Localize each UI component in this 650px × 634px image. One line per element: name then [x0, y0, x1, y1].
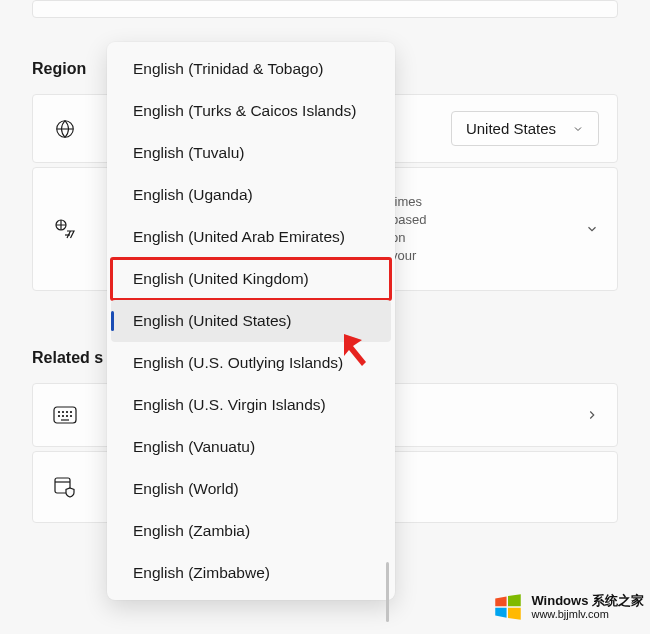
svg-point-6 [71, 412, 72, 413]
dropdown-item[interactable]: English (United Arab Emirates) [111, 216, 391, 258]
regional-format-dropdown-list[interactable]: English (Trinidad & Tobago)English (Turk… [107, 42, 395, 600]
card-placeholder-top [32, 0, 618, 18]
country-dropdown[interactable]: United States [451, 111, 599, 146]
watermark-line2: www.bjjmlv.com [531, 608, 644, 620]
dropdown-item[interactable]: English (Zimbabwe) [111, 552, 391, 594]
dropdown-item[interactable]: English (Zambia) [111, 510, 391, 552]
watermark: Windows 系统之家 www.bjjmlv.com [491, 590, 644, 624]
svg-point-7 [59, 416, 60, 417]
keyboard-icon [51, 401, 79, 429]
chevron-down-icon [572, 123, 584, 135]
translate-icon [51, 215, 79, 243]
dropdown-item[interactable]: English (World) [111, 468, 391, 510]
country-value: United States [466, 120, 556, 137]
dropdown-item[interactable]: English (United Kingdom) [111, 258, 391, 300]
dropdown-item[interactable]: English (Vanuatu) [111, 426, 391, 468]
dropdown-item[interactable]: English (U.S. Virgin Islands) [111, 384, 391, 426]
svg-point-3 [59, 412, 60, 413]
dropdown-item[interactable]: English (United States) [111, 300, 391, 342]
scrollbar-thumb[interactable] [386, 562, 389, 622]
windows-logo-icon [491, 590, 525, 624]
svg-point-5 [67, 412, 68, 413]
app-shield-icon [51, 473, 79, 501]
svg-rect-2 [54, 407, 76, 423]
dropdown-item[interactable]: English (U.S. Outlying Islands) [111, 342, 391, 384]
svg-point-8 [63, 416, 64, 417]
dropdown-item[interactable]: English (Uganda) [111, 174, 391, 216]
watermark-line1: Windows 系统之家 [531, 594, 644, 608]
svg-point-10 [71, 416, 72, 417]
svg-point-4 [63, 412, 64, 413]
dropdown-item[interactable]: English (Turks & Caicos Islands) [111, 90, 391, 132]
chevron-down-icon [585, 222, 599, 236]
globe-icon [51, 115, 79, 143]
dropdown-item[interactable]: English (Tuvalu) [111, 132, 391, 174]
dropdown-item[interactable]: English (Trinidad & Tobago) [111, 48, 391, 90]
chevron-right-icon [585, 408, 599, 422]
svg-point-9 [67, 416, 68, 417]
